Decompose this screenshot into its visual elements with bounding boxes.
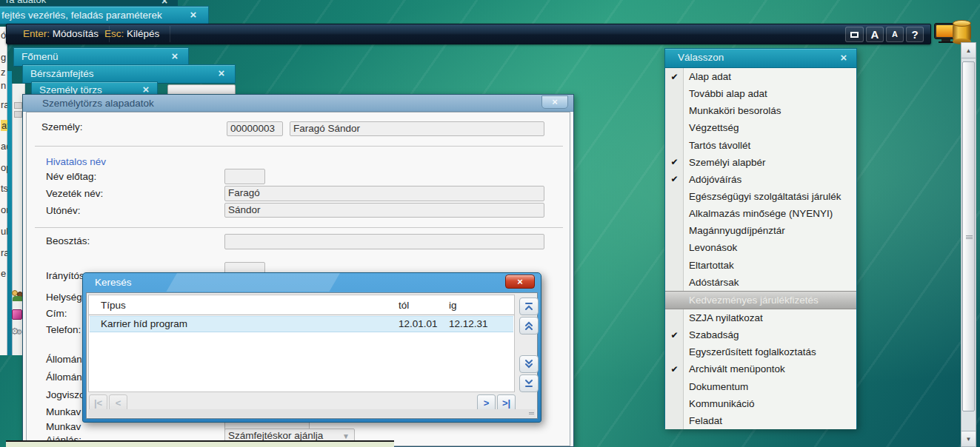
selector-item[interactable]: ✔Adójóváírás: [665, 171, 856, 188]
scrollbar-grip: [966, 235, 973, 236]
selector-list: ✔Alap adatTovábbi alap adatMunkaköri bes…: [665, 68, 856, 429]
selector-item[interactable]: Egyszerűsített foglalkoztatás: [665, 343, 856, 360]
nev-elotag-input[interactable]: [224, 169, 265, 184]
selector-item[interactable]: Végzettség: [665, 119, 856, 136]
cube-icon[interactable]: [12, 309, 22, 320]
desktop: ó:gznraatadoptsorulrae ⚙⚙ ra adatok × fe…: [0, 0, 980, 447]
help-button[interactable]: ?: [906, 27, 924, 42]
column-header-tipus[interactable]: Típus: [101, 300, 126, 311]
selector-panel-titlebar[interactable]: Válasszon ×: [665, 49, 856, 68]
shortcut-label: Kilépés: [127, 28, 159, 39]
shortcut-toolbar: Enter: Módosítás Esc: Kilépés A A ?: [6, 24, 931, 44]
background-ui-remnant: [14, 102, 22, 109]
scroll-top-button[interactable]: [519, 298, 539, 315]
shortcut-key: Enter:: [23, 28, 50, 39]
selector-item[interactable]: Levonások: [665, 239, 856, 256]
shortcut-label: Módosítás: [53, 28, 99, 39]
selector-item[interactable]: Alkalmazás minősége (NYENYI): [665, 205, 856, 222]
berszamfejtes-title: Bérszámfejtés: [30, 68, 94, 79]
main-window-titlebar[interactable]: Személytörzs alapadatok: [23, 95, 573, 112]
search-results-list: Típus tól ig Karrier híd program 12.01.0…: [88, 295, 515, 392]
font-small-button[interactable]: A: [886, 27, 904, 42]
text-fragment: z: [1, 67, 6, 78]
selector-item[interactable]: SZJA nyilatkozat: [665, 309, 856, 326]
scroll-pageup-button[interactable]: [519, 317, 539, 335]
selector-item[interactable]: Eltartottak: [665, 257, 856, 274]
selector-item[interactable]: ✔Archivált menüpontok: [665, 360, 856, 377]
font-large-button[interactable]: A: [866, 27, 884, 42]
scrollbar-up-button[interactable]: ▲: [961, 43, 976, 58]
scrollbar-thumb[interactable]: [962, 61, 975, 411]
selector-item-label: Alap adat: [684, 71, 731, 82]
szemely-code-input[interactable]: 00000003: [227, 121, 283, 136]
close-icon[interactable]: ×: [215, 67, 228, 79]
shortcut-exit[interactable]: Esc: Kilépés: [94, 26, 170, 42]
selector-item[interactable]: Tartós távollét: [665, 137, 856, 154]
selector-item[interactable]: ✔Személyi alapbér: [665, 154, 856, 171]
selector-item[interactable]: Adóstársak: [665, 274, 856, 291]
selector-item-label: Egészségügyi szolgáltatási járulék: [684, 191, 841, 202]
vezetek-nev-label: Vezeték név:: [46, 188, 103, 199]
szemely-label: Személy:: [41, 121, 83, 132]
selector-item-label: Levonások: [684, 242, 737, 253]
column-header-ig[interactable]: ig: [449, 300, 457, 311]
chevron-down-icon: ▼: [342, 432, 350, 440]
selector-item-label: Alkalmazás minősége (NYENYI): [684, 208, 833, 219]
selector-item[interactable]: Egészségügyi szolgáltatási járulék: [665, 188, 856, 205]
resize-grip[interactable]: [529, 403, 534, 416]
selector-item[interactable]: Kedvezményes járulékfizetés: [665, 291, 856, 309]
allomany2-label: Állomán: [46, 372, 82, 383]
row-tipus: Karrier híd program: [101, 318, 187, 329]
search-dialog: Keresés × Típus tól ig Karrier híd progr…: [82, 272, 541, 423]
selector-item[interactable]: ✔Alap adat: [665, 68, 856, 85]
selector-item-label: Magánnyugdíjpénztár: [684, 225, 785, 236]
beosztas-input[interactable]: [224, 234, 544, 249]
background-window-title: ra adatok: [6, 0, 46, 5]
selector-item[interactable]: További alap adat: [665, 85, 856, 102]
status-strip: [88, 409, 536, 417]
selector-item-label: Dokumentum: [684, 381, 748, 392]
vezetek-nev-input[interactable]: Faragó: [224, 186, 544, 201]
table-row[interactable]: Karrier híd program 12.01.01 12.12.31: [90, 316, 513, 332]
selector-item[interactable]: Munkaköri besorolás: [665, 102, 856, 119]
text-fragment: g: [1, 52, 6, 63]
utonev-input[interactable]: Sándor: [224, 203, 544, 218]
allomany1-label: Állomán: [46, 354, 82, 365]
search-dialog-body: Típus tól ig Karrier híd program 12.01.0…: [86, 292, 538, 419]
telefon-label: Telefon:: [46, 324, 81, 335]
search-dialog-titlebar[interactable]: Keresés: [83, 273, 541, 292]
selector-item-label: Tartós távollét: [684, 140, 750, 151]
selector-item-label: SZJA nyilatkozat: [684, 312, 763, 323]
row-tol: 12.01.01: [399, 318, 438, 329]
window-mode-button[interactable]: [845, 27, 864, 42]
nev-elotag-label: Név előtag:: [46, 171, 96, 182]
selector-item-label: További alap adat: [684, 88, 767, 99]
window-mode-icon: [850, 32, 859, 38]
close-icon[interactable]: ×: [168, 50, 181, 62]
helyseg-label: Helység:: [46, 292, 85, 303]
cim-label: Cím:: [46, 308, 67, 319]
selector-item[interactable]: Feladat: [665, 412, 856, 429]
close-icon[interactable]: ×: [187, 8, 200, 21]
shortcut-key: Esc:: [104, 28, 124, 39]
scroll-pagedown-button[interactable]: [519, 355, 539, 373]
selector-item[interactable]: Dokumentum: [665, 378, 856, 395]
check-icon: ✔: [665, 174, 684, 184]
scrollbar-down-button[interactable]: ▼: [961, 431, 976, 446]
szemely-name-input[interactable]: Faragó Sándor: [290, 121, 544, 136]
selector-item[interactable]: Kommunikáció: [665, 395, 856, 412]
close-icon[interactable]: ×: [837, 51, 850, 64]
param-window-titlebar[interactable]: fejtés vezérlés, feladás paraméterek ×: [0, 6, 209, 24]
param-window-title: fejtés vezérlés, feladás paraméterek: [1, 10, 162, 21]
selector-item[interactable]: Magánnyugdíjpénztár: [665, 222, 856, 239]
selector-item[interactable]: ✔Szabadság: [665, 326, 856, 343]
scroll-bottom-button[interactable]: [519, 374, 539, 392]
database-icon[interactable]: [953, 20, 971, 44]
vertical-scrollbar[interactable]: ▲ ▼: [961, 42, 976, 447]
close-button[interactable]: ×: [505, 275, 535, 289]
close-button[interactable]: ×: [541, 95, 568, 109]
text-fragment: n: [1, 80, 6, 91]
column-header-tol[interactable]: tól: [399, 300, 409, 311]
selector-item-label: Archivált menüpontok: [684, 363, 785, 374]
selector-item-label: Eltartottak: [684, 260, 734, 271]
